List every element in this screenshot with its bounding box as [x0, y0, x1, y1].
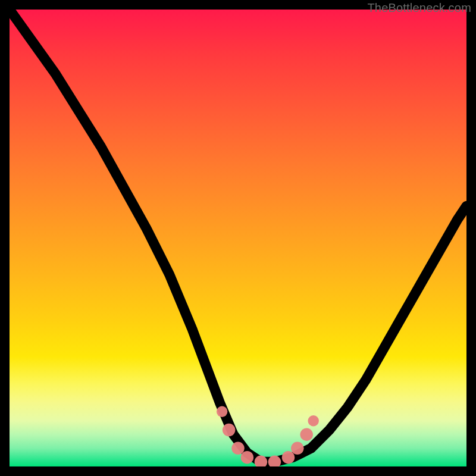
curve-marker	[291, 442, 304, 455]
curve-marker	[231, 442, 245, 455]
curve-marker	[282, 451, 295, 464]
curve-marker	[241, 451, 254, 464]
chart-svg	[10, 10, 466, 466]
watermark-text: TheBottleneck.com	[367, 1, 471, 15]
curve-marker	[300, 428, 313, 441]
bottleneck-curve	[10, 10, 466, 462]
chart-frame: TheBottleneck.com	[0, 0, 476, 476]
curve-marker	[308, 415, 319, 426]
chart-plot-area	[10, 10, 466, 466]
curve-marker	[217, 406, 227, 417]
curve-marker	[223, 424, 236, 437]
